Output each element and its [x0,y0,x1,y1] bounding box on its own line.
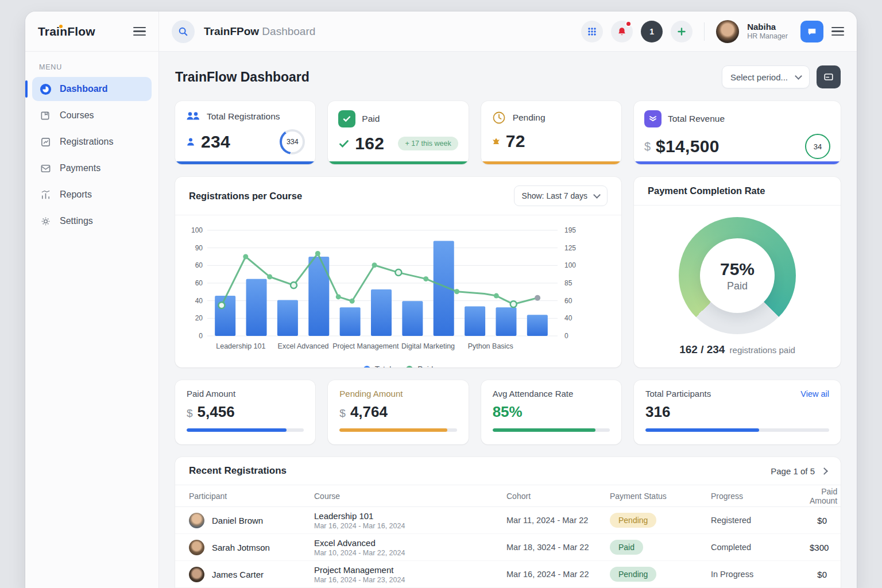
stat-value: 162 [355,134,384,153]
apps-grid-icon [587,27,597,36]
chat-button[interactable] [800,21,823,42]
search-button[interactable] [172,20,195,43]
notifications-button[interactable] [611,21,633,42]
chart-title: Registrations per Course [189,191,302,202]
sidebar-header: TrainFlow [25,11,158,52]
attendance-rate-card: Avg Attendance Rate 85% [481,380,621,444]
sidebar-item-registrations[interactable]: Registrations [32,130,152,154]
app-logo-text: TrainFlow [38,25,95,38]
progress-fill [339,428,447,432]
column-header[interactable]: Paid Amount [810,487,837,505]
revenue-ring-badge: 34 [805,134,830,159]
person-icon [185,137,196,147]
counter-badge[interactable]: 1 [641,21,663,42]
mini-value: 5,456 [198,403,235,421]
card-accent [175,161,315,164]
user-avatar[interactable] [716,20,739,43]
registrations-chart-card: Registrations per Course Show: Last 7 da… [175,177,621,368]
avatar [189,540,204,555]
avatar [189,513,204,528]
paid-amount-value: $300 [810,543,829,552]
registrations-ring-badge: 334 [280,129,305,154]
table-row[interactable]: Daniel Brown Leadership 101 Mar 16, 2024… [175,507,841,534]
table-row[interactable]: James Carter Project Management Mar 16, … [175,561,841,588]
stat-label: Total Revenue [668,114,725,124]
user-name: Nabiha [747,22,788,32]
bar-line-chart: 100195901256010060854060204000Leadership… [175,215,621,363]
course-dates: Mar 16, 2024 - Mar 16, 2024 [314,522,506,530]
sidebar-nav: Dashboard Courses Registrations [25,77,158,233]
cohort-dates: Mar 18, 3024 - Mar 22 [506,543,610,552]
table-header-row: Participant Course Cohort Payment Status… [175,485,841,507]
progress-track [187,428,304,432]
column-header[interactable]: Payment Status [610,492,711,501]
sidebar-item-reports[interactable]: Reports [32,183,152,207]
column-header[interactable]: Progress [711,492,810,501]
card-view-button[interactable] [817,65,841,88]
app-logo: TrainFlow [38,25,95,38]
svg-text:Excel Advanced: Excel Advanced [278,342,329,350]
stat-card-pending: Pending 72 [481,101,621,164]
sidebar-collapse-icon[interactable] [133,27,146,36]
content: TrainFlow Dashboard Select period... [159,52,857,588]
payment-completion-card: Payment Completion Rate 75% Paid 162 / 2… [634,177,841,368]
card-accent [481,161,621,164]
charts-row: Registrations per Course Show: Last 7 da… [175,177,841,368]
sidebar: TrainFlow MENU Dashboard Courses [25,11,159,588]
table-title: Recent Registrations [189,465,287,477]
table-row[interactable]: Sarah Jotmson Excel Advanced Mar 10, 202… [175,534,841,561]
progress-value: Registered [711,516,810,525]
status-badge: Pending [610,567,656,582]
sidebar-item-payments[interactable]: Payments [32,156,152,180]
mini-value: 316 [645,403,670,421]
search-icon [178,26,188,37]
clock-icon [492,110,506,125]
reports-icon [39,188,52,201]
progress-fill [187,428,287,432]
chart-filter-select[interactable]: Show: Last 7 days [514,185,608,206]
weekly-change-pill: + 17 this week [398,137,458,150]
progress-track [339,428,457,432]
legend-dot-total [363,366,370,368]
sidebar-item-label: Settings [60,216,93,226]
mini-label: Paid Amount [187,389,235,399]
svg-text:Python Basics: Python Basics [468,342,513,350]
check-icon [338,138,350,149]
view-all-link[interactable]: View ail [800,389,829,399]
donut-percentage: 75% [720,260,755,279]
column-header[interactable]: Cohort [506,492,610,501]
svg-text:Digital Marketing: Digital Marketing [401,342,455,350]
sidebar-item-label: Registrations [60,137,113,147]
bell-icon [617,26,627,37]
participant-name: James Carter [212,570,264,579]
app-window: TrainFlow MENU Dashboard Courses [25,11,857,588]
page-title: TrainFlow Dashboard [175,69,310,85]
svg-text:40: 40 [564,314,572,322]
period-select[interactable]: Select period... [722,65,810,88]
sidebar-item-settings[interactable]: Settings [32,209,152,233]
mini-label: Total Participants [645,389,711,399]
stat-card-total-registrations: Total Registrations 234 334 [175,101,315,164]
course-dates: Mar 16, 2024 - Mar 23, 2024 [314,576,506,584]
sidebar-item-label: Reports [60,189,92,200]
svg-text:0: 0 [564,332,568,340]
stat-label: Total Registrations [207,111,280,122]
participant-name: Daniel Brown [212,516,263,525]
header-menu-icon[interactable] [831,27,844,36]
course-dates: Mar 10, 2024 - Mar 22, 2024 [314,549,506,557]
status-badge: Paid [610,540,643,555]
bar-line-chart-svg: 100195901256010060854060204000Leadership… [183,219,585,363]
column-header[interactable]: Participant [189,492,314,501]
column-header[interactable]: Course [314,492,506,501]
add-button[interactable] [671,21,693,42]
sidebar-item-dashboard[interactable]: Dashboard [32,77,152,101]
apps-grid-button[interactable] [581,21,603,42]
notification-dot [625,21,632,27]
chevron-right-icon[interactable] [821,467,828,475]
window-title-primary: TrainFPow [204,25,259,37]
donut-center-label: Paid [727,280,748,292]
revenue-badge-icon [644,110,662,127]
cohort-dates: Mar 11, 2024 - Mar 22 [506,516,610,525]
stat-card-total-revenue: Total Revenue $ $14,500 34 [634,101,841,164]
sidebar-item-courses[interactable]: Courses [32,103,152,127]
